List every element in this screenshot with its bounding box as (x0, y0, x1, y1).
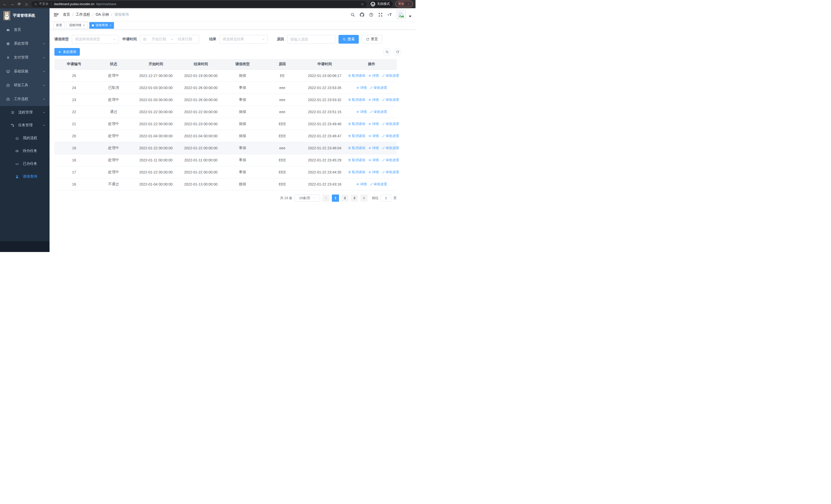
page-button-2[interactable]: 2 (341, 195, 348, 202)
breadcrumb: 首页/工作流程/OA 示例/请假查询 (63, 12, 129, 17)
sidebar-item-1[interactable]: 系统管理 (0, 37, 50, 51)
action-detail[interactable]: 详情 (368, 146, 379, 150)
prev-page-button[interactable] (322, 195, 329, 202)
cell-actions: 取消请假详情审批进度 (346, 130, 397, 142)
sidebar-item-4[interactable]: 研发工具 (0, 78, 50, 92)
sidebar-item-5[interactable]: 工作流程 (0, 92, 50, 106)
action-cancel[interactable]: 取消请假 (348, 97, 365, 102)
action-progress[interactable]: 审批进度 (382, 146, 399, 150)
action-cancel[interactable]: 取消请假 (348, 73, 365, 78)
action-detail[interactable]: 详情 (368, 170, 379, 175)
tab-0[interactable]: 首页 (53, 22, 65, 29)
page-button-3[interactable]: 3 (351, 195, 358, 202)
help-icon[interactable] (369, 12, 373, 17)
table-row: 22通过2022-01-22 00:00:002022-01-22 00:00:… (54, 106, 397, 118)
logo-row[interactable]: 芋道管理系统 (0, 8, 50, 23)
action-progress[interactable]: 审批进度 (370, 110, 387, 114)
cell-apply: 2022-01-22 23:46:47 (303, 130, 346, 142)
action-detail[interactable]: 详情 (356, 182, 367, 186)
action-progress[interactable]: 审批进度 (382, 122, 399, 126)
refresh-table-button[interactable] (394, 48, 401, 56)
breadcrumb-item[interactable]: OA 示例 (96, 12, 109, 17)
page-size-select[interactable]: 10条/页 (295, 195, 320, 202)
result-label: 结果 (209, 37, 216, 41)
sidebar-item-3[interactable]: 基础设施 (0, 64, 50, 78)
action-detail[interactable]: 详情 (368, 73, 379, 78)
sidebar-subitem-1[interactable]: 任务管理 (0, 119, 50, 131)
reload-icon[interactable]: ⟳ (17, 2, 22, 6)
sidebar-subitem-3[interactable]: 待办任务 (0, 145, 50, 157)
reason-input[interactable] (287, 37, 335, 41)
action-progress[interactable]: 审批进度 (382, 158, 399, 162)
sidebar-subitem-5[interactable]: 请假查询 (0, 170, 50, 183)
action-cancel[interactable]: 取消请假 (348, 134, 365, 138)
cell-status: 已取消 (94, 82, 134, 94)
chevron-down-icon (42, 42, 46, 45)
dashboard-icon (6, 28, 10, 32)
page-content: 请假类型 请选择请假类型 申请时间 开始日期 - 结束日期 结果 请选择流结果 (50, 30, 416, 252)
url-bar[interactable]: ⚠ 不安全 dashboard.yudao.iocoder.cn /bpm/oa… (31, 1, 367, 7)
leave-type-select[interactable]: 请选择请假类型 (72, 35, 119, 43)
goto-label: 前往 (372, 196, 378, 200)
action-progress[interactable]: 审批进度 (382, 170, 399, 175)
action-detail[interactable]: 详情 (368, 97, 379, 102)
close-icon[interactable]: × (83, 24, 85, 27)
action-progress[interactable]: 审批进度 (370, 182, 387, 186)
cell-id: 19 (54, 142, 94, 154)
breadcrumb-item[interactable]: 工作流程 (76, 12, 90, 17)
update-button[interactable]: 更新 ⋮ (395, 1, 413, 7)
cell-end: 2022-01-22 00:00:00 (178, 142, 223, 154)
fullscreen-icon[interactable] (378, 12, 383, 17)
action-detail[interactable]: 详情 (356, 110, 367, 114)
toggle-search-button[interactable] (383, 48, 391, 56)
next-page-button[interactable] (360, 195, 368, 202)
action-detail[interactable]: 详情 (368, 134, 379, 138)
action-cancel[interactable]: 取消请假 (348, 170, 365, 175)
action-progress[interactable]: 审批进度 (382, 73, 399, 78)
cell-end: 2022-01-26 00:00:00 (178, 94, 223, 106)
action-cancel[interactable]: 取消请假 (348, 146, 365, 150)
action-cancel[interactable]: 取消请假 (348, 122, 365, 126)
create-leave-button[interactable]: 发起请假 (54, 48, 80, 56)
result-select[interactable]: 请选择流结果 (220, 35, 268, 43)
action-detail[interactable]: 详情 (356, 85, 367, 90)
close-icon[interactable]: × (110, 24, 111, 27)
github-icon[interactable] (360, 12, 364, 17)
apply-time-range-picker[interactable]: 开始日期 - 结束日期 (140, 35, 199, 43)
search-button[interactable]: 搜索 (339, 35, 359, 43)
user-menu-caret-icon[interactable] (409, 16, 411, 17)
action-progress[interactable]: 审批进度 (370, 85, 387, 90)
font-size-icon[interactable]: TT (388, 12, 392, 17)
sidebar-subitem-4[interactable]: 已办任务 (0, 157, 50, 170)
action-progress[interactable]: 审批进度 (382, 134, 399, 138)
breadcrumb-item[interactable]: 首页 (63, 12, 70, 17)
action-detail[interactable]: 详情 (368, 122, 379, 126)
bookmark-star-icon[interactable]: ☆ (361, 2, 364, 6)
page-buttons: 123 (332, 195, 358, 202)
home-icon[interactable]: ⌂ (24, 2, 29, 6)
svg-text:T: T (388, 13, 389, 17)
sidebar-subitem-2[interactable]: 我的流程 (0, 131, 50, 145)
action-detail[interactable]: 详情 (368, 158, 379, 162)
sidebar-item-2[interactable]: ¥支付管理 (0, 51, 50, 64)
action-progress[interactable]: 审批进度 (382, 97, 399, 102)
column-header: 原因 (262, 59, 303, 69)
browser-menu-icon[interactable]: ⋮ (407, 2, 410, 6)
collapse-sidebar-icon[interactable] (54, 12, 58, 17)
avatar[interactable] (397, 10, 405, 19)
sidebar-item-label: 任务管理 (18, 123, 39, 127)
tab-2[interactable]: 请假查询× (89, 22, 114, 29)
tab-1[interactable]: 流程详情× (66, 22, 87, 29)
back-icon[interactable]: ← (3, 2, 7, 6)
sidebar-subitem-0[interactable]: 流程管理 (0, 106, 50, 119)
reset-button[interactable]: 重置 (362, 35, 382, 43)
plus-icon (58, 50, 61, 54)
search-icon[interactable] (350, 12, 355, 17)
page-button-1[interactable]: 1 (332, 195, 339, 202)
sidebar-item-0[interactable]: 首页 (0, 23, 50, 37)
reason-label: 原因 (277, 37, 284, 41)
forward-icon[interactable]: → (10, 2, 15, 6)
goto-page-input[interactable] (381, 195, 391, 202)
active-dot (92, 24, 94, 26)
action-cancel[interactable]: 取消请假 (348, 158, 365, 162)
